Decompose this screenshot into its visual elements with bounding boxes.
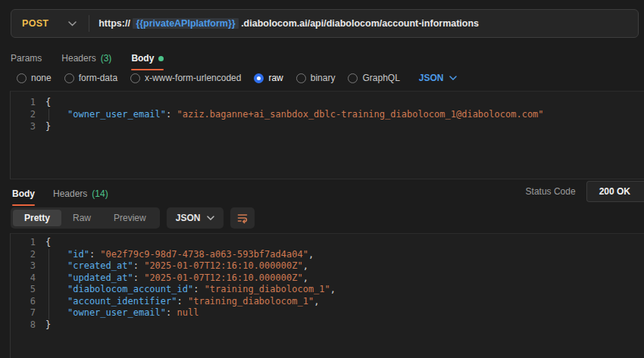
body-type-none[interactable]: none — [17, 73, 52, 83]
method-selector[interactable]: POST — [11, 10, 89, 37]
request-url-bar: POST https:// {{privateAPIplatform}} .di… — [11, 9, 639, 38]
body-type-urlencoded[interactable]: x-www-form-urlencoded — [130, 73, 241, 83]
url-input[interactable]: https:// {{privateAPIplatform}} .diabolo… — [89, 18, 488, 29]
code-line: 4 "updated_at": "2025-01-07T12:16:10.000… — [11, 272, 644, 285]
code-line: 8 } — [11, 319, 644, 332]
line-number: 2 — [11, 249, 45, 261]
chevron-down-icon — [449, 76, 457, 80]
body-modified-dot — [158, 56, 164, 61]
wrap-text-icon — [236, 212, 249, 224]
line-number: 2 — [11, 108, 45, 120]
status-area: Status Code 200 OK — [526, 181, 644, 202]
body-type-raw[interactable]: raw — [254, 73, 283, 83]
line-number: 7 — [11, 307, 45, 319]
radio-icon — [348, 73, 358, 83]
code-line: 7 "owner_user_email": null — [11, 307, 644, 319]
tab-body[interactable]: Body — [131, 53, 164, 64]
response-tab-body[interactable]: Body — [12, 188, 35, 199]
body-type-binary[interactable]: binary — [296, 73, 336, 83]
radio-icon — [296, 73, 306, 83]
radio-selected-icon — [254, 73, 264, 83]
view-pretty-button[interactable]: Pretty — [13, 210, 61, 226]
indent-guide — [48, 249, 49, 319]
radio-icon — [17, 73, 27, 83]
code-line: 6 "account_identifier": "training_diabol… — [11, 296, 644, 308]
radio-icon — [130, 73, 140, 83]
url-environment-variable[interactable]: {{privateAPIplatform}} — [133, 18, 238, 29]
code-line: 1 { — [11, 237, 644, 249]
line-number: 4 — [11, 272, 45, 285]
response-format-dropdown[interactable]: JSON — [167, 207, 224, 229]
status-code-label: Status Code — [526, 186, 576, 197]
headers-count-badge: (3) — [101, 53, 112, 64]
line-number: 6 — [11, 296, 45, 308]
indent-guide — [48, 109, 49, 120]
body-type-options: none form-data x-www-form-urlencoded raw… — [17, 71, 457, 85]
response-headers-count-badge: (14) — [92, 188, 108, 199]
status-code-badge[interactable]: 200 OK — [586, 181, 644, 202]
method-label: POST — [22, 18, 48, 29]
code-line: 3 } — [11, 120, 644, 132]
response-tab-headers[interactable]: Headers (14) — [53, 188, 108, 199]
body-type-graphql[interactable]: GraphQL — [348, 73, 399, 83]
wrap-text-button[interactable] — [230, 207, 255, 229]
body-type-form-data[interactable]: form-data — [64, 73, 117, 83]
view-preview-button[interactable]: Preview — [102, 210, 158, 226]
response-body-editor[interactable]: 1 { 2 "id": "0e2f79c9-98d7-4738-a063-593… — [10, 233, 644, 358]
line-number: 1 — [11, 96, 45, 108]
url-suffix: .diabolocom.ai/api/diabolocom/account-in… — [239, 18, 479, 29]
response-toolbar: Pretty Raw Preview JSON — [11, 207, 255, 229]
request-tabs: Params Headers (3) Body — [11, 48, 164, 68]
code-line: 2 "id": "0e2f79c9-98d7-4738-a063-593bf7a… — [11, 249, 644, 261]
chevron-down-icon — [207, 216, 214, 220]
line-number: 5 — [11, 284, 45, 296]
tab-headers[interactable]: Headers (3) — [61, 53, 111, 64]
line-number: 3 — [11, 260, 45, 272]
url-prefix: https:// — [98, 18, 133, 29]
line-number: 3 — [11, 120, 45, 132]
line-number: 8 — [11, 319, 45, 332]
line-number: 1 — [11, 237, 45, 249]
chevron-down-icon — [68, 21, 77, 26]
view-mode-switcher: Pretty Raw Preview — [11, 207, 160, 229]
tab-params[interactable]: Params — [11, 53, 42, 64]
code-line: 3 "created_at": "2025-01-07T12:16:10.000… — [11, 260, 644, 272]
raw-format-dropdown[interactable]: JSON — [419, 73, 457, 83]
code-line: 5 "diabolocom_account_id": "training_dia… — [11, 284, 644, 296]
request-body-editor[interactable]: 1 { 2 "owner_user_email": "aziz.baganne+… — [10, 91, 644, 179]
code-line: 2 "owner_user_email": "aziz.baganne+ai_s… — [11, 108, 644, 120]
view-raw-button[interactable]: Raw — [61, 210, 102, 226]
code-line: 1 { — [11, 96, 644, 108]
radio-icon — [64, 73, 74, 83]
